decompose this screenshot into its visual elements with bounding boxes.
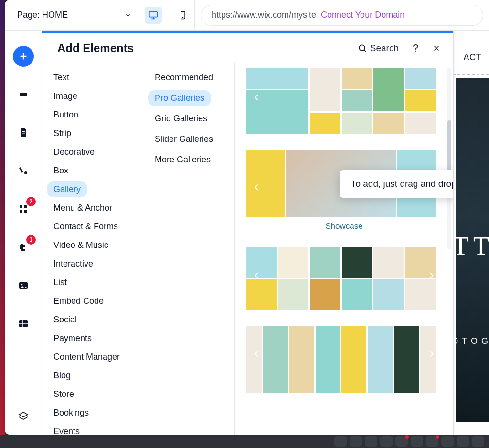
category-item-strip[interactable]: Strip <box>47 126 78 141</box>
panel-help-button[interactable]: ? <box>410 42 421 54</box>
rail-design-button[interactable] <box>13 160 34 181</box>
rail-section-button[interactable] <box>13 84 34 105</box>
panel-close-button[interactable] <box>432 44 442 53</box>
dock-app[interactable] <box>457 436 469 447</box>
svg-point-2 <box>182 17 183 18</box>
svg-rect-3 <box>20 93 27 96</box>
svg-rect-0 <box>149 11 157 17</box>
rail-content-button[interactable] <box>13 313 34 334</box>
search-icon <box>358 43 367 53</box>
editor-body: 2 1 ACT TT OTOG <box>5 31 489 435</box>
category-item-store[interactable]: Store <box>47 386 81 402</box>
grid-icon <box>18 318 29 330</box>
subcategory-item-pro-galleries[interactable]: Pro Galleries <box>148 90 211 106</box>
subcategory-item-recommended[interactable]: Recommended <box>148 70 220 85</box>
category-item-button[interactable]: Button <box>47 107 85 123</box>
design-icon <box>18 165 29 177</box>
subcategory-column: RecommendedPro GalleriesGrid GalleriesSl… <box>143 63 235 435</box>
category-item-interactive[interactable]: Interactive <box>47 256 100 272</box>
dock-app[interactable] <box>472 436 484 447</box>
dock-app[interactable] <box>380 436 393 447</box>
image-icon <box>18 280 29 291</box>
rail-pages-button[interactable] <box>13 122 34 143</box>
gallery-preview-columns[interactable] <box>246 326 442 388</box>
mobile-icon <box>178 11 188 20</box>
rail-apps-button[interactable]: 2 <box>13 199 34 220</box>
page-selector-label: Page: HOME <box>17 10 68 20</box>
subcategory-item-grid-galleries[interactable]: Grid Galleries <box>148 111 214 127</box>
category-item-decorative[interactable]: Decorative <box>47 144 101 160</box>
gallery-preview-showcase[interactable]: To add, just drag and drop. Showcase <box>246 150 442 231</box>
subcategory-item-slider-galleries[interactable]: Slider Galleries <box>148 131 220 147</box>
category-item-blog[interactable]: Blog <box>47 368 77 384</box>
hero-subtitle-fragment: OTOG <box>451 336 489 346</box>
chevron-down-icon <box>125 12 131 19</box>
scrollbar[interactable] <box>447 68 451 249</box>
gallery-preview-column: To add, just drag and drop. Showcase <box>235 63 453 435</box>
category-item-box[interactable]: Box <box>47 163 75 179</box>
market-badge: 1 <box>26 235 36 245</box>
dock-app[interactable] <box>426 436 438 447</box>
svg-rect-9 <box>20 210 22 213</box>
macos-dock <box>0 435 489 448</box>
apps-icon <box>18 203 29 215</box>
category-item-image[interactable]: Image <box>47 88 84 104</box>
url-text: https://www.wix.com/mysite <box>212 10 316 20</box>
add-elements-button[interactable] <box>13 46 34 67</box>
rail-media-button[interactable] <box>13 275 34 296</box>
mobile-view-button[interactable] <box>174 7 191 24</box>
rail-appmarket-button[interactable]: 1 <box>13 237 34 258</box>
gallery-preview-grid[interactable] <box>246 247 442 310</box>
close-icon <box>432 44 441 53</box>
category-item-events[interactable]: Events <box>47 424 86 435</box>
dock-app[interactable] <box>395 436 408 447</box>
subcategory-item-more-galleries[interactable]: More Galleries <box>148 152 217 168</box>
layers-icon <box>18 411 29 422</box>
category-item-list[interactable]: List <box>47 275 74 290</box>
url-bar[interactable]: https://www.wix.com/mysite Connect Your … <box>201 5 483 26</box>
connect-domain-link[interactable]: Connect Your Domain <box>321 10 404 20</box>
svg-rect-13 <box>19 320 28 327</box>
svg-point-12 <box>21 284 22 286</box>
category-item-video-music[interactable]: Video & Music <box>47 237 115 253</box>
category-item-menu-anchor[interactable]: Menu & Anchor <box>47 200 119 216</box>
device-switch <box>141 0 195 31</box>
top-bar: Page: HOME https://www.wix.com/mysite Co… <box>5 0 489 31</box>
rail-layers-button[interactable] <box>13 406 34 427</box>
page-selector-dropdown[interactable]: Page: HOME <box>5 0 141 31</box>
left-rail: 2 1 <box>5 31 42 435</box>
section-icon <box>18 89 29 100</box>
dock-app[interactable] <box>350 436 362 447</box>
dock-app[interactable] <box>365 436 377 447</box>
category-item-bookings[interactable]: Bookings <box>47 405 96 421</box>
category-item-embed-code[interactable]: Embed Code <box>47 293 110 309</box>
gallery-preview-mosaic[interactable] <box>246 68 442 134</box>
apps-badge: 2 <box>26 197 36 206</box>
category-item-content-manager[interactable]: Content Manager <box>47 349 127 365</box>
scrollbar-thumb[interactable] <box>447 120 451 178</box>
dock-app[interactable] <box>411 436 423 447</box>
dock-app[interactable] <box>334 436 347 447</box>
category-item-payments[interactable]: Payments <box>47 331 98 346</box>
editor-app: Page: HOME https://www.wix.com/mysite Co… <box>5 0 489 435</box>
category-item-text[interactable]: Text <box>47 70 76 85</box>
category-column: TextImageButtonStripDecorativeBoxGallery… <box>42 63 143 435</box>
os-gradient-strip <box>0 0 5 435</box>
hero-title-fragment: TT <box>453 231 489 261</box>
svg-rect-10 <box>24 210 27 213</box>
add-elements-panel: Add Elements Search ? TextImageButtonStr… <box>42 31 454 435</box>
category-item-contact-forms[interactable]: Contact & Forms <box>47 219 125 235</box>
desktop-view-button[interactable] <box>145 7 162 24</box>
site-nav-item: ACT <box>464 53 482 63</box>
category-item-social[interactable]: Social <box>47 312 84 328</box>
svg-point-6 <box>24 171 27 174</box>
panel-search-button[interactable]: Search <box>358 43 399 53</box>
page-icon <box>18 127 29 139</box>
panel-body: TextImageButtonStripDecorativeBoxGallery… <box>42 63 453 435</box>
svg-rect-4 <box>22 131 25 132</box>
svg-point-14 <box>359 45 365 51</box>
category-item-gallery[interactable]: Gallery <box>47 181 87 197</box>
panel-title: Add Elements <box>57 42 358 55</box>
svg-rect-5 <box>22 133 25 134</box>
dock-app[interactable] <box>441 436 454 447</box>
